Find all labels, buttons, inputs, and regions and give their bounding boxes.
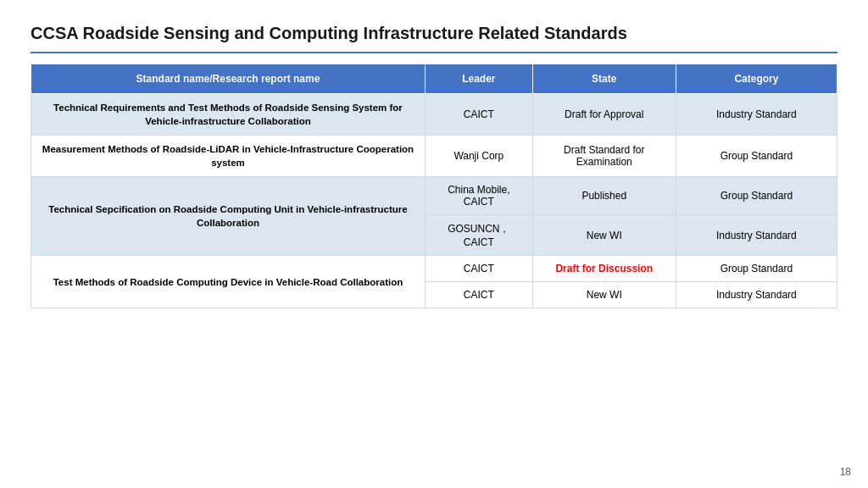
standard-name-2: Measurement Methods of Roadside-LiDAR in… xyxy=(31,136,426,177)
category-2: Group Standard xyxy=(676,136,837,177)
leader-4b: CAICT xyxy=(425,282,532,308)
table-row: Technical Requirements and Test Methods … xyxy=(31,94,837,136)
divider xyxy=(31,52,837,53)
category-4a: Group Standard xyxy=(676,256,837,282)
standards-table: Standard name/Research report name Leade… xyxy=(31,64,837,308)
col-header-leader: Leader xyxy=(425,64,532,94)
state-3a: Published xyxy=(532,177,676,215)
col-header-category: Category xyxy=(676,64,837,94)
state-2: Draft Standard for Examination xyxy=(532,136,676,177)
page-number: 18 xyxy=(840,466,851,478)
category-4b: Industry Standard xyxy=(676,282,837,308)
state-4b: New WI xyxy=(532,282,676,308)
category-1: Industry Standard xyxy=(676,94,837,136)
category-3a: Group Standard xyxy=(676,177,837,215)
standard-name-1: Technical Requirements and Test Methods … xyxy=(31,94,426,136)
state-4a: Draft for Discussion xyxy=(532,256,676,282)
leader-2: Wanji Corp xyxy=(425,136,532,177)
table-row: Measurement Methods of Roadside-LiDAR in… xyxy=(31,136,837,177)
col-header-state: State xyxy=(532,64,676,94)
page: CCSA Roadside Sensing and Computing Infr… xyxy=(0,0,868,488)
leader-4a: CAICT xyxy=(425,256,532,282)
category-3b: Industry Standard xyxy=(676,215,837,256)
col-header-name: Standard name/Research report name xyxy=(31,64,426,94)
leader-1: CAICT xyxy=(425,94,532,136)
page-title: CCSA Roadside Sensing and Computing Infr… xyxy=(31,24,837,43)
state-3b: New WI xyxy=(532,215,676,256)
leader-3a: China Mobile, CAICT xyxy=(425,177,532,215)
table-row: Technical Sepcification on Roadside Comp… xyxy=(31,177,837,215)
standard-name-4: Test Methods of Roadside Computing Devic… xyxy=(31,256,426,308)
standard-name-3: Technical Sepcification on Roadside Comp… xyxy=(31,177,426,256)
state-1: Draft for Approval xyxy=(532,94,676,136)
table-row: Test Methods of Roadside Computing Devic… xyxy=(31,256,837,282)
leader-3b: GOSUNCN，CAICT xyxy=(425,215,532,256)
